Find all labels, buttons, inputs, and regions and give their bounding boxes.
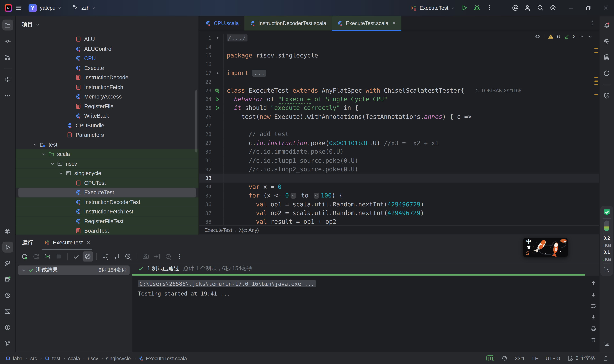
debug-button[interactable] [471, 2, 483, 14]
warning-stripe-mark[interactable] [595, 77, 598, 78]
code-line-27[interactable]: 27 [199, 121, 599, 130]
code-line-14[interactable]: 14 [199, 42, 599, 51]
code-line-30[interactable]: 30 //c.io.immediate.poke(0.U) [199, 147, 599, 156]
window-restore-button[interactable] [579, 0, 597, 16]
window-minimize-button[interactable] [562, 0, 580, 16]
terminal-button[interactable] [2, 306, 13, 317]
build-button[interactable] [2, 258, 13, 269]
test-history-button[interactable] [123, 251, 133, 261]
sort-tests-button[interactable] [100, 251, 111, 261]
test-results-node[interactable]: 测试结果 6秒 154毫秒 [18, 265, 130, 275]
tree-item-Parameters[interactable]: Parameters [16, 130, 199, 140]
ime-skin-shirt-icon[interactable] [526, 245, 531, 250]
warning-stripe-mark[interactable] [595, 94, 598, 95]
tree-item-riscv[interactable]: riscv [16, 159, 199, 169]
run-button[interactable] [2, 242, 13, 253]
main-menu-icon[interactable] [12, 2, 25, 14]
run-tab[interactable]: ExecuteTest ✕ [44, 235, 90, 250]
build-tool-button[interactable] [601, 68, 612, 79]
window-close-button[interactable] [597, 0, 614, 16]
print-button[interactable] [590, 325, 597, 332]
notifications-button[interactable] [601, 19, 612, 30]
tree-item-WriteBack[interactable]: WriteBack [16, 111, 199, 121]
editor-tab-InstructionDecoderTest.scala[interactable]: InstructionDecoderTest.scala [244, 16, 332, 30]
window-layout-button[interactable] [601, 338, 612, 349]
rerun-tests-button[interactable] [19, 251, 30, 261]
status-breadcrumb-scala[interactable]: scala [68, 355, 80, 361]
code-line-37[interactable]: 37 val op2 = scala.util.Random.nextInt(4… [199, 209, 599, 217]
highlight-level-eye-icon[interactable] [534, 33, 540, 39]
tree-item-RegisterFile[interactable]: RegisterFile [16, 102, 199, 111]
ai-assistant-icon[interactable] [509, 2, 522, 14]
pull-requests-button[interactable] [2, 52, 13, 63]
warning-stripe-mark[interactable] [595, 48, 598, 49]
tree-item-InstructionFetch[interactable]: InstructionFetch [16, 82, 199, 92]
code-with-me-icon[interactable] [522, 2, 534, 14]
screenshot-crop-icon[interactable] [603, 266, 610, 273]
problems-button[interactable] [2, 322, 13, 333]
prev-problem-icon[interactable] [579, 34, 584, 39]
status-breadcrumb-test[interactable]: test [45, 355, 60, 361]
tree-item-InstructionDecoderTest[interactable]: InstructionDecoderTest [16, 197, 199, 207]
code-line-28[interactable]: 28 // add test [199, 130, 599, 139]
close-tab-icon[interactable]: ✕ [392, 21, 396, 26]
soft-wrap-button[interactable] [590, 302, 597, 309]
tree-item-CPUBundle[interactable]: CPUBundle [16, 121, 199, 130]
passed-count[interactable]: 2 [573, 33, 576, 39]
version-control-button[interactable] [2, 338, 13, 349]
sbt-shell-button[interactable] [2, 290, 13, 301]
tree-item-InstructionDecode[interactable]: InstructionDecode [16, 73, 199, 82]
tree-item-InstructionFetchTest[interactable]: InstructionFetchTest [16, 207, 199, 217]
caret-position[interactable]: 33:1 [515, 355, 525, 361]
more-options-button[interactable] [175, 251, 185, 261]
inspections-widget[interactable]: 6 2 [534, 33, 593, 39]
settings-gear-icon[interactable] [547, 2, 559, 14]
toggle-auto-test-button[interactable] [42, 251, 53, 261]
tree-item-CPU[interactable]: CPU [16, 54, 199, 63]
breadcrumb-item[interactable]: λ(c: Any) [239, 227, 259, 233]
debug-button[interactable] [2, 226, 13, 237]
line-ending[interactable]: LF [532, 355, 538, 361]
show-ignored-button[interactable] [83, 251, 93, 261]
code-line-34[interactable]: 34 var x = 0 [199, 182, 599, 191]
services-button[interactable] [2, 274, 13, 285]
show-passed-button[interactable] [71, 251, 82, 261]
tree-item-RegisterFileTest[interactable]: RegisterFileTest [16, 217, 199, 226]
ai-assistant-button[interactable] [601, 36, 612, 47]
tree-item-singlecycle[interactable]: singlecycle [16, 169, 199, 178]
file-encoding[interactable]: UTF-8 [545, 355, 560, 361]
more-actions-icon[interactable] [483, 2, 496, 14]
breadcrumb-item[interactable]: ExecuteTest [204, 227, 232, 233]
commit-button[interactable] [2, 36, 13, 47]
status-breadcrumb-lab1[interactable]: lab1 [5, 355, 23, 361]
tree-item-ALU[interactable]: ALU [16, 35, 199, 44]
ime-mode-label[interactable]: 中 [526, 238, 531, 245]
code-line-15[interactable]: 15package riscv.singlecycle [199, 51, 599, 60]
stop-button[interactable] [54, 251, 64, 261]
indent-setting[interactable]: 2 个空格 [568, 355, 595, 362]
vcs-widget[interactable]: zzh [72, 5, 96, 11]
warning-stripe-mark[interactable] [595, 80, 598, 82]
ime-brand-letter[interactable]: S [526, 250, 529, 256]
code-line-32[interactable]: 32 //c.io.aluop2_source.poke(0.U) [199, 165, 599, 174]
tree-item-MemoryAccess[interactable]: MemoryAccess [16, 92, 199, 102]
code-line-26[interactable]: 26 test(new Execute).withAnnotations(Tes… [199, 112, 599, 121]
code-line-35[interactable]: 35 for (x <- 0≤ to ≤100) { [199, 191, 599, 200]
status-breadcrumb-riscv[interactable]: riscv [88, 355, 98, 361]
status-breadcrumb-ExecuteTest.scala[interactable]: ExecuteTest.scala [139, 355, 187, 361]
close-run-tab-icon[interactable]: ✕ [87, 240, 90, 245]
snapshot-button[interactable] [140, 251, 151, 261]
navigate-with-single-click-button[interactable] [112, 251, 122, 261]
tree-item-test[interactable]: test [16, 140, 199, 149]
code-line-38[interactable]: 38 val result = op1 + op2 [199, 217, 599, 225]
code-line-31[interactable]: 31 //c.io.aluop1_source.poke(0.U) [199, 156, 599, 165]
project-scrollbar[interactable] [195, 90, 197, 153]
trusted-project-button[interactable] [601, 90, 612, 101]
tree-item-Execute[interactable]: Execute [16, 63, 199, 73]
write-access-lock-icon[interactable] [603, 355, 609, 361]
tree-item-scala[interactable]: scala [16, 149, 199, 159]
search-everywhere-icon[interactable] [534, 2, 546, 14]
code-line-16[interactable]: 16 [199, 60, 599, 69]
chevron-down-icon[interactable] [21, 268, 26, 273]
code-line-29[interactable]: 29 c.io.instruction.poke(0x001101b3L.U) … [199, 139, 599, 147]
